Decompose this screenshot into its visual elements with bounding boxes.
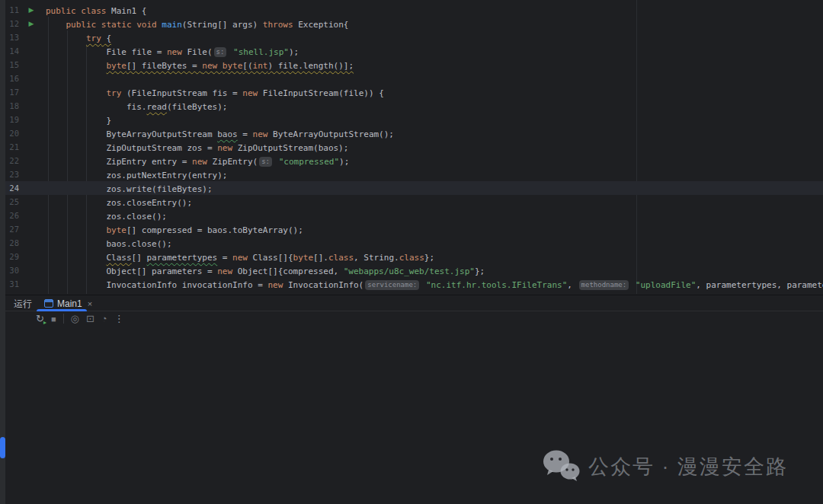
- code-line[interactable]: 17 try (FileInputStream fis = new FileIn…: [0, 85, 823, 99]
- run-line-icon[interactable]: ▶: [25, 17, 37, 30]
- stop-icon[interactable]: ■: [51, 312, 56, 326]
- code-text: ByteArrayOutputStream baos = new ByteArr…: [46, 129, 394, 139]
- code-token: new: [202, 61, 223, 71]
- code-token: [] compressed = baos.toByteArray();: [126, 225, 303, 235]
- code-text: zos.putNextEntry(entry);: [46, 171, 227, 180]
- code-token: read: [146, 102, 167, 112]
- code-line[interactable]: 18 fis.read(fileBytes);: [0, 99, 823, 113]
- more-icon[interactable]: ⋮: [114, 312, 124, 326]
- code-text: }: [46, 116, 111, 126]
- code-line[interactable]: 27 byte[] compressed = baos.toByteArray(…: [0, 222, 823, 236]
- snapshot-icon[interactable]: ◎: [71, 312, 79, 326]
- console-tab-icon: [44, 299, 53, 308]
- inlay-hint: s:: [214, 47, 227, 57]
- code-text: zos.write(fileBytes);: [46, 184, 213, 194]
- inlay-hint: methodname:: [579, 280, 629, 290]
- code-line[interactable]: 22 ZipEntry entry = new ZipEntry(s: "com…: [0, 154, 823, 167]
- code-token: new: [217, 143, 238, 153]
- code-token: Main1 {: [111, 6, 146, 16]
- stripe-active-indicator[interactable]: [0, 437, 5, 458]
- code-text: public static void main(String[] args) t…: [46, 20, 348, 30]
- run-panel-header: 运行 Main1 ×: [5, 296, 823, 311]
- code-token: "compressed": [274, 157, 339, 167]
- code-token: byte: [223, 61, 243, 71]
- code-token: }: [46, 116, 111, 126]
- code-text: byte[] fileBytes = new byte[(int) file.l…: [46, 61, 354, 71]
- code-token: [] fileBytes =: [126, 61, 202, 71]
- code-line[interactable]: 30 Object[] parameters = new Object[]{co…: [0, 263, 823, 277]
- code-token: [46, 253, 106, 263]
- tab-label: Main1: [57, 298, 82, 309]
- line-number: 12: [5, 17, 19, 30]
- code-token: []: [132, 253, 147, 263]
- line-number: 21: [5, 140, 19, 154]
- code-token: );: [289, 47, 299, 57]
- code-token: ZipEntry(: [213, 157, 258, 167]
- code-token: new: [232, 253, 253, 263]
- line-number: 31: [5, 277, 19, 291]
- code-line[interactable]: 12▶ public static void main(String[] arg…: [0, 17, 823, 30]
- code-token: File file =: [46, 47, 167, 57]
- line-number: 15: [5, 58, 19, 72]
- editor-pane: 11▶public class Main1 {12▶ public static…: [0, 0, 823, 295]
- line-number: 27: [5, 222, 19, 236]
- code-line[interactable]: 11▶public class Main1 {: [0, 3, 823, 17]
- code-token: {: [101, 33, 111, 43]
- code-token: Object[] parameters =: [46, 266, 217, 276]
- code-token: [46, 20, 66, 30]
- code-token: };: [475, 266, 485, 276]
- line-number: 25: [5, 195, 19, 209]
- code-line[interactable]: 29 Class[] parametertypes = new Class[]{…: [0, 250, 823, 263]
- code-line[interactable]: 13 try {: [0, 30, 823, 44]
- line-number: 19: [5, 113, 19, 126]
- code-line[interactable]: 16: [0, 72, 823, 85]
- inlay-hint: servicename:: [365, 280, 419, 290]
- run-line-icon[interactable]: ▶: [25, 3, 37, 17]
- code-line[interactable]: 24 zos.write(fileBytes);: [0, 181, 823, 195]
- code-text: Object[] parameters = new Object[]{compr…: [46, 266, 485, 276]
- history-icon[interactable]: ◔: [101, 312, 107, 326]
- line-number: 13: [5, 30, 19, 44]
- code-token: ZipEntry entry =: [46, 157, 192, 167]
- code-token: [46, 225, 106, 235]
- code-token: "webapps/u8c_web/test.jsp": [344, 266, 475, 276]
- code-token: new: [217, 266, 238, 276]
- code-line[interactable]: 15 byte[] fileBytes = new byte[(int) fil…: [0, 58, 823, 72]
- code-text: File file = new File(s: "shell.jsp");: [46, 47, 299, 57]
- line-number: 22: [5, 154, 19, 167]
- run-tool-window: 运行 Main1 × ↻▸■◎⊡◔⋮ ↑↓↩⇓▤ > at nc.bs.logg…: [0, 295, 823, 504]
- code-token: zos.closeEntry();: [46, 198, 192, 208]
- line-number: 18: [5, 99, 19, 113]
- code-line[interactable]: 25 zos.closeEntry();: [0, 195, 823, 209]
- code-line[interactable]: 31 InvocationInfo invocationInfo = new I…: [0, 277, 823, 291]
- code-token: , String.: [354, 253, 399, 263]
- code-line[interactable]: 23 zos.putNextEntry(entry);: [0, 167, 823, 181]
- code-token: ZipOutputStream zos =: [46, 143, 217, 153]
- rerun-icon[interactable]: ↻▸: [36, 312, 44, 326]
- code-line[interactable]: 26 zos.close();: [0, 209, 823, 222]
- tool-window-stripe: [0, 0, 5, 504]
- line-number: 30: [5, 263, 19, 277]
- code-token: InvocationInfo invocationInfo =: [46, 280, 267, 290]
- line-number: 16: [5, 72, 19, 85]
- inlay-hint: s:: [259, 157, 272, 167]
- code-token: [46, 88, 106, 98]
- code-token: =: [238, 129, 253, 139]
- code-token: byte: [293, 253, 314, 263]
- restore-icon[interactable]: ⊡: [86, 312, 94, 326]
- code-text: ZipOutputStream zos = new ZipOutputStrea…: [46, 143, 348, 153]
- code-line[interactable]: 19 }: [0, 113, 823, 126]
- code-token: new: [192, 157, 213, 167]
- code-token: FileInputStream(file)) {: [263, 88, 384, 98]
- close-tab-icon[interactable]: ×: [88, 299, 92, 308]
- code-line[interactable]: 21 ZipOutputStream zos = new ZipOutputSt…: [0, 140, 823, 154]
- code-line[interactable]: 28 baos.close();: [0, 236, 823, 250]
- code-line[interactable]: 14 File file = new File(s: "shell.jsp");: [0, 44, 823, 58]
- line-number: 26: [5, 209, 19, 222]
- code-token: new: [242, 88, 263, 98]
- code-token: byte: [106, 61, 126, 71]
- code-token: File(: [187, 47, 212, 57]
- line-number: 14: [5, 44, 19, 58]
- code-token: "uploadFile": [630, 280, 696, 290]
- code-line[interactable]: 20 ByteArrayOutputStream baos = new Byte…: [0, 126, 823, 140]
